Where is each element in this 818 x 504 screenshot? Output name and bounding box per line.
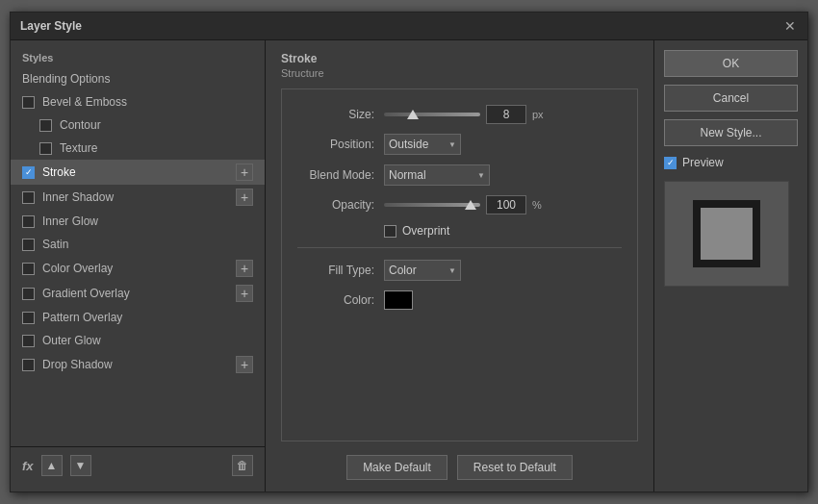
blend-mode-label: Blend Mode: <box>297 168 384 182</box>
sidebar-item-gradient-overlay[interactable]: Gradient Overlay + <box>11 281 265 306</box>
color-overlay-checkbox[interactable] <box>22 263 35 275</box>
opacity-unit: % <box>532 199 542 211</box>
size-row: Size: px <box>297 105 622 124</box>
opacity-slider-thumb <box>465 200 476 210</box>
outer-glow-label: Outer Glow <box>42 334 253 347</box>
styles-section-title: Styles <box>11 48 265 67</box>
color-swatch[interactable] <box>384 290 413 310</box>
pattern-overlay-label: Pattern Overlay <box>42 311 253 324</box>
sidebar-item-satin[interactable]: Satin <box>11 233 265 256</box>
position-select-wrapper: Outside Inside Center <box>384 134 461 155</box>
left-panel: Styles Blending Options Bevel & Emboss C… <box>11 40 266 491</box>
sidebar-item-pattern-overlay[interactable]: Pattern Overlay <box>11 306 265 329</box>
fill-type-row: Fill Type: Color Gradient Pattern <box>297 247 622 281</box>
bevel-emboss-checkbox[interactable] <box>22 96 35 109</box>
sidebar-item-stroke[interactable]: Stroke + <box>11 160 265 185</box>
texture-checkbox[interactable] <box>39 142 52 155</box>
size-label: Size: <box>297 108 384 121</box>
sidebar-item-bevel-emboss[interactable]: Bevel & Emboss <box>11 90 265 113</box>
color-label: Color: <box>297 293 384 307</box>
blending-options-label: Blending Options <box>22 72 253 86</box>
blend-mode-controls: Normal Dissolve Multiply Screen Overlay <box>384 164 622 186</box>
fill-type-select-wrapper: Color Gradient Pattern <box>384 260 461 281</box>
preview-label: Preview <box>682 156 724 169</box>
stroke-checkbox[interactable] <box>22 166 35 179</box>
sidebar-item-outer-glow[interactable]: Outer Glow <box>11 329 265 352</box>
inner-shadow-checkbox[interactable] <box>22 191 35 204</box>
size-input[interactable] <box>486 105 526 124</box>
sidebar-item-inner-glow[interactable]: Inner Glow <box>11 210 265 233</box>
fx-label: fx <box>22 459 34 473</box>
center-panel: Stroke Structure Size: px Positi <box>266 40 653 491</box>
satin-label: Satin <box>42 238 253 251</box>
texture-label: Texture <box>60 141 253 155</box>
color-overlay-add-button[interactable]: + <box>236 260 253 277</box>
ok-button[interactable]: OK <box>664 50 798 77</box>
structure-subtitle: Structure <box>281 67 638 79</box>
blend-mode-row: Blend Mode: Normal Dissolve Multiply Scr… <box>297 164 622 186</box>
sidebar-item-contour[interactable]: Contour <box>11 113 265 137</box>
right-panel: OK Cancel New Style... Preview <box>653 40 807 491</box>
blend-mode-select-wrapper: Normal Dissolve Multiply Screen Overlay <box>384 164 490 186</box>
center-footer: Make Default Reset to Default <box>281 451 638 480</box>
preview-checkbox[interactable] <box>664 157 677 169</box>
opacity-slider[interactable] <box>384 203 480 207</box>
cancel-button[interactable]: Cancel <box>664 85 798 112</box>
color-controls <box>384 290 622 310</box>
stroke-title: Stroke <box>281 52 638 65</box>
overprint-label: Overprint <box>402 224 449 238</box>
contour-checkbox[interactable] <box>39 119 52 132</box>
preview-inner-square <box>693 200 760 267</box>
drop-shadow-add-button[interactable]: + <box>236 356 253 373</box>
color-overlay-label: Color Overlay <box>42 262 236 275</box>
size-controls: px <box>384 105 622 124</box>
fill-type-controls: Color Gradient Pattern <box>384 260 622 281</box>
inner-glow-label: Inner Glow <box>42 214 253 228</box>
opacity-input[interactable] <box>486 195 526 214</box>
drop-shadow-label: Drop Shadow <box>42 358 236 371</box>
gradient-overlay-add-button[interactable]: + <box>236 285 253 302</box>
stroke-settings: Size: px Position: <box>281 88 638 441</box>
pattern-overlay-checkbox[interactable] <box>22 312 35 324</box>
make-default-button[interactable]: Make Default <box>346 455 447 480</box>
fill-type-select[interactable]: Color Gradient Pattern <box>384 260 461 281</box>
size-unit: px <box>532 109 544 120</box>
outer-glow-checkbox[interactable] <box>22 335 35 347</box>
delete-button[interactable]: 🗑 <box>232 455 253 476</box>
inner-glow-checkbox[interactable] <box>22 215 35 228</box>
inner-shadow-add-button[interactable]: + <box>236 189 253 206</box>
sidebar-item-color-overlay[interactable]: Color Overlay + <box>11 256 265 281</box>
bevel-emboss-label: Bevel & Emboss <box>42 95 253 109</box>
reset-default-button[interactable]: Reset to Default <box>457 455 573 480</box>
sidebar-item-inner-shadow[interactable]: Inner Shadow + <box>11 185 265 210</box>
position-controls: Outside Inside Center <box>384 134 622 155</box>
style-list: Blending Options Bevel & Emboss Contour … <box>11 67 265 446</box>
inner-shadow-label: Inner Shadow <box>42 190 236 204</box>
dialog-body: Styles Blending Options Bevel & Emboss C… <box>11 40 807 491</box>
sidebar-item-drop-shadow[interactable]: Drop Shadow + <box>11 352 265 377</box>
size-slider-thumb <box>407 110 419 119</box>
new-style-button[interactable]: New Style... <box>664 119 798 146</box>
move-up-button[interactable]: ▲ <box>41 455 63 476</box>
stroke-add-button[interactable]: + <box>236 164 253 181</box>
contour-label: Contour <box>60 118 253 132</box>
position-select[interactable]: Outside Inside Center <box>384 134 461 155</box>
move-down-button[interactable]: ▼ <box>70 455 91 476</box>
preview-section: Preview <box>664 156 798 169</box>
left-panel-footer: fx ▲ ▼ 🗑 <box>11 446 265 484</box>
opacity-controls: % <box>384 195 622 214</box>
opacity-row: Opacity: % <box>297 195 622 214</box>
sidebar-item-blending-options[interactable]: Blending Options <box>11 67 265 90</box>
preview-canvas <box>664 181 789 287</box>
layer-style-dialog: Layer Style ✕ Styles Blending Options Be… <box>10 12 808 492</box>
color-row: Color: <box>297 290 622 310</box>
sidebar-item-texture[interactable]: Texture <box>11 137 265 160</box>
blend-mode-select[interactable]: Normal Dissolve Multiply Screen Overlay <box>384 164 490 186</box>
gradient-overlay-checkbox[interactable] <box>22 288 35 300</box>
drop-shadow-checkbox[interactable] <box>22 359 35 371</box>
size-slider[interactable] <box>384 113 480 116</box>
close-button[interactable]: ✕ <box>782 18 798 34</box>
overprint-checkbox[interactable] <box>384 225 396 238</box>
satin-checkbox[interactable] <box>22 239 35 251</box>
fill-type-label: Fill Type: <box>297 264 384 277</box>
